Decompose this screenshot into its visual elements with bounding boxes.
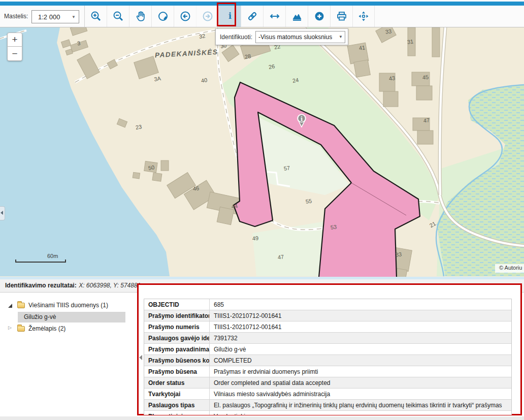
- zoom-in-button[interactable]: [84, 6, 107, 27]
- results-tree: Viešinami TIIIS duomenys (1)Gilužio g-vė…: [0, 293, 136, 335]
- chevron-down-icon: ▼: [337, 35, 345, 39]
- attribute-value: Order completed and spatial data accepte…: [210, 377, 511, 388]
- attribute-value: COMPLETED: [210, 355, 511, 366]
- zoom-out-button[interactable]: [107, 6, 129, 27]
- svg-text:i: i: [228, 11, 231, 21]
- attribute-value: Prašymas ir erdviniai duomenys priimti: [210, 366, 511, 377]
- attribute-label: Tvarkytojai: [144, 389, 210, 399]
- attribute-row: Order statusOrder completed and spatial …: [144, 377, 511, 389]
- tree-expanded-icon[interactable]: [8, 304, 12, 308]
- attribute-label: Paslaugos tipas: [144, 400, 210, 410]
- full-extent-button[interactable]: [151, 6, 174, 27]
- map-number-label: 50: [148, 164, 155, 171]
- map-number-label: 24: [292, 77, 299, 84]
- attribute-label: Prašymo būsena: [144, 366, 210, 377]
- attribute-row: TvarkytojaiVilniaus miesto savivaldybės …: [144, 389, 511, 400]
- map-canvas: i: [0, 27, 524, 277]
- elevation-profile-button[interactable]: [285, 6, 308, 27]
- results-highlight-box: OBJECTID685Prašymo identifikatoriusTIIIS…: [137, 283, 522, 415]
- scale-bar-label: 60m: [47, 253, 58, 259]
- map-number-label: 53: [330, 223, 337, 231]
- attribute-label: Prašymo numeris: [144, 321, 210, 332]
- tree-node-label: Gilužio g-vė: [24, 313, 56, 320]
- map-number-label: 47: [423, 117, 430, 124]
- map-number-label: 33: [385, 28, 392, 35]
- results-coordinates: X: 6063998, Y: 574881: [79, 282, 141, 289]
- map-panel-collapse-tab[interactable]: [0, 206, 5, 220]
- scale-value: 1:2 000: [32, 13, 72, 21]
- attribute-label: OBJECTID: [144, 299, 210, 310]
- share-link-button[interactable]: [241, 6, 263, 27]
- map-number-label: 28: [244, 53, 251, 60]
- results-panel: Identifikavimo rezultatai: X: 6063998, Y…: [0, 277, 524, 420]
- tree-collapsed-icon[interactable]: ▷: [8, 325, 12, 330]
- scale-label: Mastelis:: [4, 13, 28, 20]
- tree-node[interactable]: Gilužio g-vė: [0, 311, 136, 323]
- attribute-label: Prašymo identifikatorius: [144, 310, 210, 321]
- map-zoom-out-button[interactable]: −: [7, 47, 22, 61]
- identify-button[interactable]: i: [218, 6, 241, 27]
- map-number-label: 31: [407, 38, 414, 45]
- map-number-label: 55: [305, 198, 312, 205]
- map-number-label: 44: [231, 203, 238, 210]
- attribute-value: 685: [210, 299, 511, 310]
- map-number-label: 40: [201, 77, 208, 84]
- attribute-row: Prašymo būsenaPrašymas ir erdviniai duom…: [144, 366, 511, 377]
- attribute-value: 7391732: [210, 333, 511, 343]
- attribute-value: TIIIS1-20210712-001641: [210, 310, 511, 321]
- pan-button[interactable]: [129, 6, 151, 27]
- attribute-label: Planuotiniai: [144, 411, 210, 415]
- identify-layer-value: -Visus matomus sluoksnius: [256, 34, 337, 41]
- map-number-label: 41: [358, 44, 366, 51]
- attribute-label: Prašymo būsenos kodas: [144, 355, 210, 366]
- toolbar-buttons: i: [84, 6, 375, 27]
- tree-node[interactable]: Viešinami TIIIS duomenys (1): [0, 300, 136, 311]
- identify-layer-select[interactable]: -Visus matomus sluoksnius ▼: [255, 31, 345, 43]
- folder-icon: [17, 326, 25, 332]
- move-map-button[interactable]: [352, 6, 375, 27]
- attribute-label: Prašymo pavadinimas: [144, 344, 210, 354]
- table-collapse-arrow-icon[interactable]: [139, 355, 142, 360]
- map-number-label: 3A: [153, 75, 161, 82]
- map-attribution: © Autoriu: [495, 264, 524, 273]
- measure-button[interactable]: [263, 6, 285, 27]
- tree-node-label: Žemėlapis (2): [28, 325, 66, 332]
- map-viewport[interactable]: i 33A32302822262440235046445755534947413…: [0, 27, 524, 277]
- attribute-value: TIIIS1-20210712-001641: [210, 321, 511, 332]
- map-number-label: 33: [395, 251, 402, 258]
- map-toolbar: Mastelis: 1:2 000 ▼ i: [0, 6, 524, 27]
- folder-icon: [17, 303, 25, 308]
- attribute-row: OBJECTID685: [144, 299, 511, 310]
- print-button[interactable]: [330, 6, 352, 27]
- map-number-label: 45: [422, 74, 429, 81]
- bottom-strip: [0, 416, 524, 420]
- attribute-table: OBJECTID685Prašymo identifikatoriusTIIIS…: [144, 299, 512, 415]
- map-number-label: 32: [199, 33, 206, 40]
- results-title: Identifikavimo rezultatai:: [5, 282, 77, 289]
- attribute-value: El. paslaugos „Topografinių ir inžinerin…: [210, 400, 511, 410]
- tree-node[interactable]: ▷Žemėlapis (2): [0, 323, 136, 335]
- tree-node-label: Viešinami TIIIS duomenys (1): [28, 302, 108, 309]
- map-zoom-in-button[interactable]: +: [7, 33, 22, 47]
- previous-extent-button[interactable]: [174, 6, 196, 27]
- attribute-value: Vilniaus miesto savivaldybės administrac…: [210, 389, 511, 399]
- attribute-row: Prašymo pavadinimasGilužio g-vė: [144, 344, 511, 355]
- map-number-label: 46: [192, 185, 200, 192]
- scale-select[interactable]: 1:2 000 ▼: [31, 10, 79, 23]
- top-accent-bar: [0, 2, 524, 6]
- attribute-row: Prašymo numerisTIIIS1-20210712-001641: [144, 321, 511, 333]
- map-number-label: 49: [252, 235, 259, 242]
- map-zoom-control: + −: [7, 33, 22, 61]
- add-button[interactable]: [308, 6, 330, 27]
- attribute-row: PlanuotiniaiVandentiekis: [144, 411, 511, 415]
- attribute-row: Prašymo identifikatoriusTIIIS1-20210712-…: [144, 310, 511, 321]
- attribute-row: Prašymo būsenos kodasCOMPLETED: [144, 355, 511, 366]
- svg-text:i: i: [301, 116, 303, 122]
- attribute-label: Order status: [144, 377, 210, 388]
- map-number-label: 57: [283, 165, 290, 172]
- chevron-down-icon: ▼: [72, 15, 79, 19]
- attribute-value: Gilužio g-vė: [210, 344, 511, 354]
- next-extent-button[interactable]: [196, 6, 218, 27]
- map-number-label: 26: [268, 63, 275, 70]
- gis-application-window: Mastelis: 1:2 000 ▼ i: [0, 0, 524, 420]
